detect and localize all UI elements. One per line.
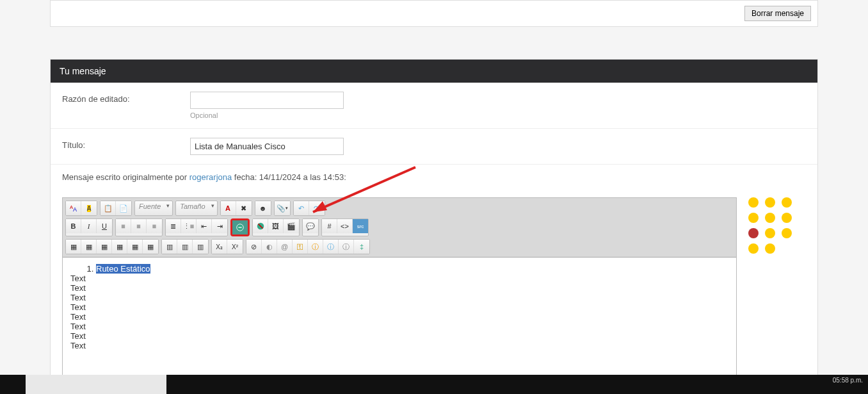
edit-reason-helper: Opcional (190, 111, 806, 119)
strike-icon[interactable]: ⊘ (246, 240, 262, 254)
title-row: Título: (51, 129, 817, 165)
emoji-grin[interactable] (782, 197, 792, 208)
source-icon[interactable]: src (353, 219, 368, 233)
top-action-bar: Borrar mensaje (50, 0, 818, 27)
original-author-link[interactable]: rogerarjona (189, 172, 232, 182)
emoji-wink[interactable] (748, 213, 759, 223)
info2-icon[interactable]: ⓘ (323, 240, 339, 254)
editor-toolbar: AA A 📋 📄 Fuente Tamaño A ✖ (63, 198, 736, 258)
attach-icon[interactable]: 📎▾ (275, 201, 290, 215)
unordered-list-icon[interactable]: ⋮≡ (181, 219, 197, 233)
original-suffix: fecha: 14/11/2024 a las 14:53: (232, 172, 346, 182)
emoji-angry[interactable] (748, 228, 759, 238)
clear-format-icon[interactable]: ✖ (236, 201, 252, 215)
font-select[interactable]: Fuente (134, 201, 173, 216)
video-icon[interactable]: 🎬 (284, 219, 299, 233)
ordered-list-icon[interactable]: ≣ (166, 219, 181, 233)
table6-icon[interactable]: ▦ (143, 240, 158, 254)
taskbar-time: 05:58 p.m. (833, 377, 863, 384)
text-line: Text (70, 322, 728, 331)
subscript-icon[interactable]: X₂ (212, 240, 227, 254)
image-icon[interactable]: 🖼 (268, 219, 284, 233)
edit-reason-label: Razón de editado: (62, 92, 190, 104)
col-icon[interactable]: ▥ (162, 240, 177, 254)
emoji-smile[interactable] (748, 197, 759, 208)
italic-button[interactable]: I (81, 219, 97, 233)
editor-content-area[interactable]: Ruteo Estático Text Text Text Text Text … (63, 258, 736, 386)
text-line: Text (70, 341, 728, 350)
title-label: Título: (62, 138, 190, 150)
redo-icon[interactable]: ↷ (309, 201, 325, 215)
panel-title: Tu mensaje (51, 60, 817, 83)
emoji-sad[interactable] (782, 213, 792, 223)
text-line: Text (70, 293, 728, 302)
bold-button[interactable]: B (66, 219, 81, 233)
info1-icon[interactable]: ⓘ (308, 240, 323, 254)
table4-icon[interactable]: ▦ (112, 240, 127, 254)
quote-icon[interactable]: 💬 (303, 219, 318, 233)
emoji-confused[interactable] (765, 197, 775, 208)
text-line: Text (70, 283, 728, 293)
emoji-tongue[interactable] (765, 228, 775, 238)
text-line: Text (70, 302, 728, 312)
unlink-icon[interactable] (253, 219, 268, 233)
delete-message-button[interactable]: Borrar mensaje (744, 6, 811, 21)
col3-icon[interactable]: ▥ (193, 240, 208, 254)
outdent-icon[interactable]: ⇤ (197, 219, 212, 233)
mention-icon[interactable]: @ (277, 240, 293, 254)
emoji-cool[interactable] (748, 243, 759, 254)
table5-icon[interactable]: ▦ (127, 240, 143, 254)
taskbar-start-area[interactable] (26, 375, 166, 394)
emoji-icon[interactable]: ☻ (255, 201, 271, 215)
textcolor-icon[interactable]: A (221, 201, 236, 215)
table2-icon[interactable]: ▦ (81, 240, 97, 254)
original-message-info: Mensaje escrito originalmente por rogera… (51, 165, 817, 190)
rich-text-editor: AA A 📋 📄 Fuente Tamaño A ✖ (62, 197, 737, 386)
info3-icon[interactable]: ⓘ (339, 240, 354, 254)
copy-icon[interactable]: 📋 (100, 201, 116, 215)
list-item-1: Ruteo Estático (96, 264, 150, 274)
align-right-icon[interactable]: ≡ (147, 219, 162, 233)
edit-reason-input[interactable] (190, 92, 344, 109)
insert-link-icon[interactable] (232, 220, 248, 234)
indent-icon[interactable]: ⇥ (212, 219, 227, 233)
key-icon[interactable]: ⚿ (293, 240, 308, 254)
title-input[interactable] (190, 138, 344, 155)
edit-reason-row: Razón de editado: Opcional (51, 83, 817, 129)
underline-button[interactable]: U (97, 219, 112, 233)
code-icon[interactable]: <> (337, 219, 353, 233)
symbol-icon[interactable]: ‡ (354, 240, 369, 254)
superscript-icon[interactable]: X² (227, 240, 243, 254)
highlight-icon[interactable]: A (81, 201, 97, 215)
paste-icon[interactable]: 📄 (116, 201, 131, 215)
align-center-icon[interactable]: ≡ (131, 219, 147, 233)
col2-icon[interactable]: ▥ (177, 240, 193, 254)
message-panel: Tu mensaje Razón de editado: Opcional Tí… (50, 59, 818, 394)
os-taskbar: 05:58 p.m. (0, 375, 868, 394)
special1-icon[interactable]: ◐ (262, 240, 277, 254)
font-color-icon[interactable]: AA (66, 201, 81, 215)
text-line: Text (70, 331, 728, 341)
hash-icon[interactable]: # (322, 219, 337, 233)
table3-icon[interactable]: ▦ (97, 240, 112, 254)
emoji-panel (748, 197, 806, 386)
text-line: Text (70, 274, 728, 283)
undo-icon[interactable]: ↶ (294, 201, 309, 215)
size-select[interactable]: Tamaño (175, 201, 217, 216)
emoji-smirk[interactable] (782, 228, 792, 238)
original-prefix: Mensaje escrito originalmente por (62, 172, 189, 182)
align-left-icon[interactable]: ≡ (116, 219, 131, 233)
table-icon[interactable]: ▦ (66, 240, 81, 254)
emoji-laugh[interactable] (765, 213, 775, 223)
emoji-meh[interactable] (765, 243, 775, 254)
text-line: Text (70, 312, 728, 322)
